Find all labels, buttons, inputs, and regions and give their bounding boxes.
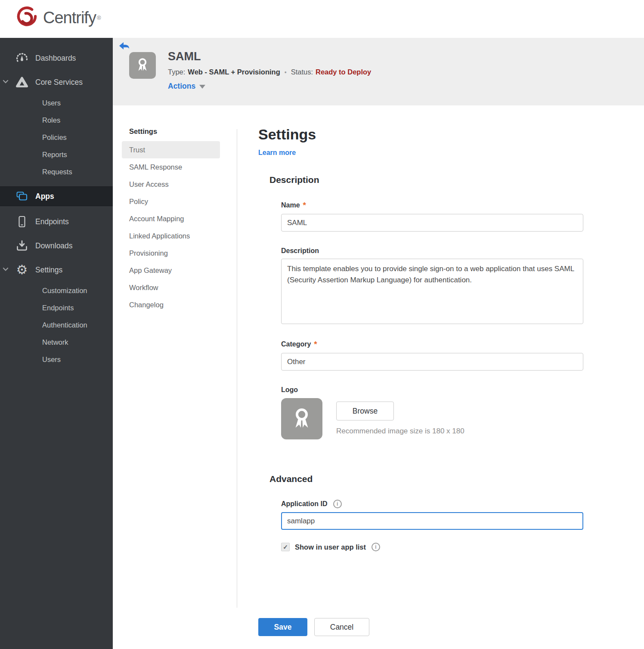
subnav-item-provisioning[interactable]: Provisioning: [122, 244, 220, 262]
caret-down-icon: [199, 85, 205, 89]
vertical-divider: [237, 129, 237, 608]
subnav-item-changelog[interactable]: Changelog: [122, 296, 220, 313]
info-icon[interactable]: i: [372, 543, 380, 551]
app-logo-badge: [129, 52, 156, 79]
sidebar-item-network[interactable]: Network: [0, 334, 113, 351]
sidebar-item-authentication[interactable]: Authentication: [0, 316, 113, 334]
sidebar-item-apps[interactable]: Apps: [0, 186, 113, 206]
learn-more-link[interactable]: Learn more: [258, 149, 296, 157]
description-textarea[interactable]: [281, 259, 583, 324]
sidebar-item-settings-endpoints[interactable]: Endpoints: [0, 299, 113, 316]
subnav-item-trust[interactable]: Trust: [122, 141, 220, 158]
name-input[interactable]: [281, 214, 583, 232]
sidebar-item-core-services[interactable]: Core Services: [0, 70, 113, 94]
app-title: SAML: [168, 50, 371, 63]
mobile-device-icon: [15, 216, 28, 228]
logo-field-label: Logo: [281, 386, 585, 394]
sidebar-item-endpoints[interactable]: Endpoints: [0, 210, 113, 234]
core-services-icon: [15, 76, 28, 88]
back-arrow-icon[interactable]: [118, 41, 130, 51]
category-input[interactable]: [281, 353, 583, 371]
ribbon-award-icon: [289, 406, 314, 432]
logo-size-hint: Recommended image size is 180 x 180: [336, 427, 464, 436]
sidebar-item-users[interactable]: Users: [0, 94, 113, 111]
chevron-expand-icon[interactable]: [3, 266, 9, 274]
download-icon: [15, 240, 28, 251]
centrify-logo: Centrify ®: [15, 5, 101, 30]
sidebar-label: Settings: [35, 266, 62, 275]
status-label: Status:: [291, 68, 313, 76]
sidebar-item-roles[interactable]: Roles: [0, 111, 113, 129]
advanced-section-heading: Advanced: [269, 474, 585, 484]
name-field-label: Name *: [281, 201, 585, 210]
type-value: Web - SAML + Provisioning: [188, 68, 280, 76]
sidebar-label: Apps: [35, 192, 54, 201]
meta-separator: •: [285, 69, 287, 76]
top-bar: Centrify ®: [0, 0, 644, 38]
app-header: SAML Type: Web - SAML + Provisioning • S…: [113, 38, 644, 105]
subnav-item-saml-response[interactable]: SAML Response: [122, 158, 220, 176]
subnav-item-linked-applications[interactable]: Linked Applications: [122, 227, 220, 244]
subnav-heading: Settings: [122, 127, 220, 136]
page-title: Settings: [258, 126, 585, 143]
sidebar-label: Core Services: [35, 78, 83, 87]
type-label: Type:: [168, 68, 185, 76]
sidebar-label: Downloads: [35, 241, 73, 250]
required-marker: *: [303, 201, 306, 210]
show-in-user-app-list-label: Show in user app list: [295, 543, 366, 551]
sidebar-item-policies[interactable]: Policies: [0, 129, 113, 146]
status-value: Ready to Deploy: [316, 68, 371, 76]
application-id-input[interactable]: [281, 512, 583, 530]
sidebar: Dashboards Core Services Users Roles Pol…: [0, 38, 113, 649]
sidebar-item-dashboards[interactable]: Dashboards: [0, 46, 113, 70]
sidebar-item-reports[interactable]: Reports: [0, 146, 113, 163]
chevron-expand-icon[interactable]: [3, 78, 9, 86]
brand-name: Centrify: [43, 9, 96, 27]
apps-icon: [15, 191, 28, 201]
browse-button[interactable]: Browse: [336, 402, 394, 420]
sidebar-label: Endpoints: [35, 217, 69, 226]
description-section-heading: Description: [269, 175, 585, 185]
settings-subnav: Settings Trust SAML Response User Access…: [122, 127, 220, 313]
sidebar-label: Dashboards: [35, 54, 76, 63]
sidebar-item-downloads[interactable]: Downloads: [0, 234, 113, 258]
ribbon-award-icon: [134, 57, 151, 74]
show-in-user-app-list-checkbox[interactable]: ✓: [281, 543, 290, 551]
application-id-label: Application ID i: [281, 500, 585, 508]
subnav-item-app-gateway[interactable]: App Gateway: [122, 262, 220, 279]
gear-icon: ⚙: [15, 263, 28, 276]
subnav-item-user-access[interactable]: User Access: [122, 176, 220, 193]
app-meta: Type: Web - SAML + Provisioning • Status…: [168, 68, 371, 76]
centrify-logo-icon: [15, 5, 39, 30]
info-icon[interactable]: i: [333, 500, 342, 508]
sidebar-item-settings[interactable]: ⚙ Settings: [0, 258, 113, 282]
category-field-label: Category *: [281, 340, 585, 349]
logo-preview: [281, 398, 322, 439]
cancel-button[interactable]: Cancel: [314, 618, 369, 636]
sidebar-item-requests[interactable]: Requests: [0, 163, 113, 180]
subnav-item-workflow[interactable]: Workflow: [122, 279, 220, 296]
required-marker: *: [314, 340, 317, 349]
save-button[interactable]: Save: [258, 618, 307, 636]
settings-panel: Settings Learn more Description Name * D…: [258, 126, 585, 636]
actions-label: Actions: [168, 82, 195, 91]
subnav-item-policy[interactable]: Policy: [122, 193, 220, 210]
gauge-icon: [15, 53, 28, 64]
sidebar-item-settings-users[interactable]: Users: [0, 351, 113, 368]
sidebar-item-customization[interactable]: Customization: [0, 282, 113, 299]
subnav-item-account-mapping[interactable]: Account Mapping: [122, 210, 220, 227]
description-field-label: Description: [281, 247, 585, 255]
registered-mark: ®: [97, 15, 101, 21]
actions-dropdown[interactable]: Actions: [168, 82, 371, 91]
